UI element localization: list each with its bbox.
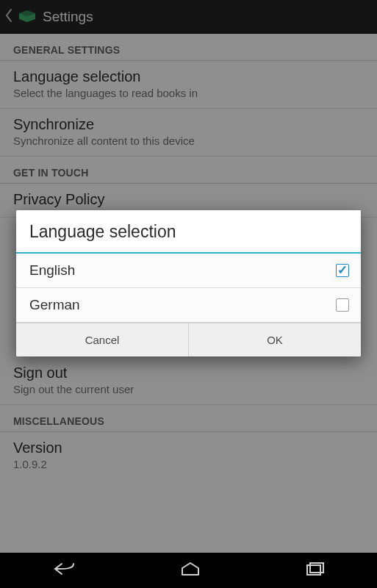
checkbox-icon[interactable]: [336, 298, 349, 312]
language-dialog: Language selection English German Cancel…: [16, 210, 361, 356]
nav-back-icon[interactable]: [51, 562, 76, 579]
svg-rect-0: [307, 565, 320, 575]
svg-rect-1: [310, 563, 323, 573]
nav-home-icon[interactable]: [179, 562, 201, 579]
option-label: German: [29, 297, 80, 313]
option-german[interactable]: German: [16, 288, 361, 323]
option-label: English: [29, 262, 75, 279]
cancel-button[interactable]: Cancel: [16, 323, 188, 356]
dialog-option-list: English German: [16, 254, 361, 323]
option-english[interactable]: English: [16, 254, 361, 288]
dialog-title: Language selection: [16, 210, 361, 252]
checkbox-icon[interactable]: [336, 264, 349, 277]
screen: Settings GENERAL SETTINGS Language selec…: [0, 0, 377, 588]
system-nav-bar: [0, 553, 377, 588]
dialog-button-bar: Cancel OK: [16, 323, 361, 356]
nav-recents-icon[interactable]: [305, 562, 326, 579]
ok-button[interactable]: OK: [188, 323, 361, 356]
